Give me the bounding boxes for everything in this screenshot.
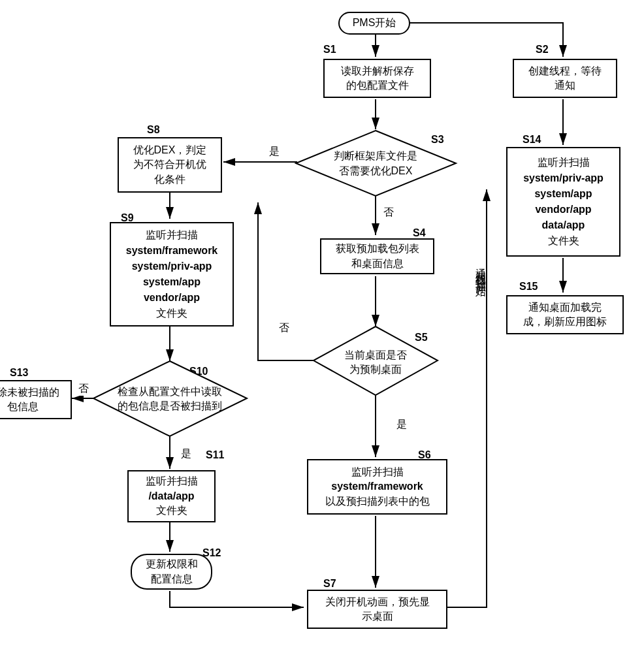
- s5-yes: 是: [395, 418, 408, 432]
- start-text: PMS开始: [353, 16, 396, 30]
- s9-l6: 文件夹: [156, 306, 187, 321]
- s9-l2: system/framework: [126, 243, 218, 259]
- start-node: PMS开始: [338, 12, 410, 35]
- s14-l5: data/app: [542, 217, 585, 233]
- s12-text: 更新权限和 配置信息: [146, 557, 198, 586]
- s3-text: 判断框架库文件是 否需要优化DEX: [314, 146, 438, 182]
- s9-l4: system/app: [143, 274, 201, 290]
- s1-text: 读取并解析保存 的包配置文件: [341, 64, 414, 93]
- s9-l5: vendor/app: [144, 290, 200, 306]
- s7-text: 关闭开机动画，预先显 示桌面: [325, 595, 430, 624]
- s10-no: 否: [77, 382, 90, 396]
- s14-l1: 监听并扫描: [538, 155, 590, 170]
- label-s15: S15: [519, 281, 538, 293]
- node-s4: 获取预加载包列表 和桌面信息: [320, 238, 434, 274]
- node-s9: 监听并扫描 system/framework system/priv-app s…: [110, 222, 234, 326]
- s14-l4: vendor/app: [535, 202, 591, 217]
- label-s1: S1: [323, 44, 336, 56]
- label-s7: S7: [323, 578, 336, 590]
- s11-l2: /data/app: [148, 489, 194, 503]
- node-s14: 监听并扫描 system/priv-app system/app vendor/…: [506, 147, 620, 257]
- s5-text: 当前桌面是否 为预制桌面: [327, 346, 425, 379]
- s4-text: 获取预加载包列表 和桌面信息: [336, 242, 419, 271]
- label-s2: S2: [536, 44, 549, 56]
- s9-l1: 监听并扫描: [146, 227, 198, 243]
- s2-text: 创建线程，等待 通知: [528, 64, 602, 93]
- node-s12: 更新权限和 配置信息: [131, 554, 212, 590]
- label-s11: S11: [206, 449, 224, 461]
- s15-text: 通知桌面加载完 成，刷新应用图标: [523, 300, 607, 330]
- label-s13: S13: [10, 367, 28, 379]
- s14-l2: system/priv-app: [523, 170, 604, 186]
- node-s1: 读取并解析保存 的包配置文件: [323, 59, 431, 98]
- s13-text: 删除未被扫描的 包信息: [0, 385, 59, 415]
- label-s8: S8: [147, 124, 160, 136]
- s5-no: 否: [278, 321, 291, 335]
- node-s13: 删除未被扫描的 包信息: [0, 380, 72, 419]
- node-s8: 优化DEX，判定 为不符合开机优 化条件: [118, 137, 222, 193]
- s3-no: 否: [382, 206, 395, 219]
- s8-text: 优化DEX，判定 为不符合开机优 化条件: [133, 143, 207, 187]
- s10-yes: 是: [180, 447, 193, 461]
- s14-l3: system/app: [534, 186, 592, 202]
- label-s14: S14: [523, 134, 541, 146]
- node-s15: 通知桌面加载完 成，刷新应用图标: [506, 295, 624, 334]
- s3-yes: 是: [268, 145, 281, 159]
- s11-l3: 文件夹: [156, 503, 187, 518]
- label-s4: S4: [413, 227, 426, 239]
- node-s7: 关闭开机动画，预先显 示桌面: [307, 590, 447, 629]
- notify-label: 通知线程扫描开始: [474, 260, 487, 281]
- node-s11: 监听并扫描 /data/app 文件夹: [127, 470, 216, 522]
- s6-l1: 监听并扫描: [351, 465, 404, 479]
- node-s6: 监听并扫描 system/framework 以及预扫描列表中的包: [307, 459, 447, 515]
- s9-l3: system/priv-app: [132, 259, 212, 274]
- s14-l6: 文件夹: [548, 233, 579, 249]
- node-s2: 创建线程，等待 通知: [513, 59, 617, 98]
- s6-l3: 以及预扫描列表中的包: [325, 494, 430, 509]
- s6-l2: system/framework: [331, 479, 423, 494]
- s10-text: 检查从配置文件中读取 的包信息是否被扫描到: [105, 382, 235, 416]
- s11-l1: 监听并扫描: [146, 474, 198, 488]
